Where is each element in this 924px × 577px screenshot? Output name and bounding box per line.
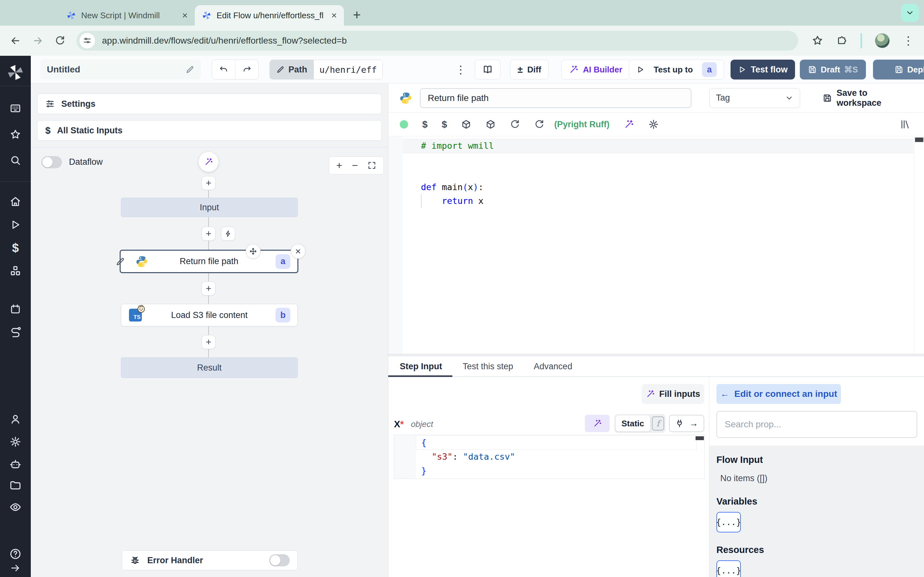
forward-icon[interactable] bbox=[32, 35, 44, 47]
help-icon[interactable] bbox=[9, 548, 21, 560]
flow-step-node-a[interactable]: Return file path a bbox=[120, 250, 298, 273]
add-trigger-button[interactable] bbox=[221, 227, 235, 241]
flow-result-node[interactable]: Result bbox=[121, 358, 298, 378]
sidebar-item-schedules-icon[interactable] bbox=[10, 303, 21, 315]
tag-select[interactable]: Tag bbox=[709, 88, 800, 108]
code-editor[interactable]: # import wmill def main(x): return x bbox=[388, 136, 924, 354]
diff-button[interactable]: ± Diff bbox=[510, 60, 549, 79]
tab-step-input[interactable]: Step Input bbox=[400, 362, 442, 372]
zoom-out-button[interactable]: − bbox=[352, 160, 358, 171]
sidebar-divider bbox=[0, 86, 31, 86]
tab-close-icon[interactable]: × bbox=[331, 10, 337, 21]
edit-or-connect-button[interactable]: ← Edit or connect an input bbox=[716, 384, 841, 404]
connect-input-button[interactable]: → bbox=[669, 415, 704, 432]
test-up-to-button[interactable]: Test up to a bbox=[629, 60, 724, 79]
flow-settings-row[interactable]: Settings bbox=[37, 93, 382, 114]
address-bar[interactable]: app.windmill.dev/flows/edit/u/henri/effo… bbox=[76, 31, 798, 51]
resources-object-chip[interactable]: {...} bbox=[716, 560, 741, 577]
extensions-icon[interactable] bbox=[836, 35, 848, 47]
panel-splitter[interactable] bbox=[388, 354, 924, 356]
flow-name-field[interactable]: Untitled bbox=[40, 60, 201, 79]
ai-flow-wand-button[interactable] bbox=[199, 152, 218, 172]
profile-avatar[interactable] bbox=[875, 33, 890, 48]
ai-assist-wand-icon[interactable] bbox=[624, 119, 634, 129]
deploy-button[interactable]: Deploy bbox=[873, 60, 924, 79]
save-to-workspace-button[interactable]: Save to workspace bbox=[822, 88, 913, 108]
code-content[interactable]: # import wmill def main(x): return x bbox=[421, 139, 494, 208]
tab-close-icon[interactable]: × bbox=[182, 10, 188, 21]
sidebar-item-resources-icon[interactable] bbox=[9, 265, 21, 277]
sidebar-item-runs-icon[interactable] bbox=[10, 219, 21, 230]
editor-settings-gear-icon[interactable] bbox=[648, 119, 659, 130]
ai-fill-prop-button[interactable] bbox=[585, 415, 610, 432]
sidebar-item-variables-icon[interactable]: $ bbox=[12, 241, 19, 255]
reload-assistants-icon[interactable] bbox=[510, 119, 520, 129]
editor-scrollbar-thumb[interactable] bbox=[915, 137, 923, 142]
tab-advanced[interactable]: Advanced bbox=[534, 362, 572, 372]
draft-button[interactable]: Draft ⌘S bbox=[800, 60, 866, 79]
all-static-inputs-row[interactable]: $ All Static Inputs bbox=[37, 120, 382, 141]
add-step-button[interactable]: + bbox=[202, 335, 216, 349]
reload-lsp-icon[interactable] bbox=[534, 119, 544, 129]
dataflow-toggle[interactable] bbox=[41, 156, 62, 168]
undo-button[interactable] bbox=[212, 60, 235, 79]
ai-builder-button[interactable]: AI Builder bbox=[561, 60, 630, 79]
back-icon[interactable] bbox=[10, 35, 21, 47]
windmill-logo[interactable] bbox=[6, 63, 24, 81]
site-settings-icon[interactable] bbox=[79, 33, 95, 48]
step-editor-panel: Tag Save to workspace $ $ bbox=[388, 83, 924, 577]
sidebar-item-users-icon[interactable] bbox=[10, 414, 21, 425]
minimap-border bbox=[914, 136, 914, 354]
tab-test-this-step[interactable]: Test this step bbox=[463, 362, 513, 372]
json-scrollbar-thumb[interactable] bbox=[696, 436, 704, 440]
new-tab-button[interactable]: + bbox=[353, 8, 361, 22]
javascript-mode-icon[interactable]: f bbox=[652, 416, 664, 430]
browser-menu-icon[interactable]: ⋮ bbox=[903, 34, 914, 47]
search-prop-input[interactable] bbox=[716, 411, 917, 438]
fullscreen-icon[interactable] bbox=[367, 161, 376, 170]
sidebar-item-audit-icon[interactable] bbox=[9, 501, 21, 513]
delete-step-icon[interactable]: × bbox=[291, 244, 305, 259]
step-name-input[interactable] bbox=[420, 88, 691, 108]
move-step-icon[interactable] bbox=[246, 244, 260, 259]
package-icon[interactable] bbox=[461, 119, 471, 129]
path-button[interactable]: Path u/henri/eff bbox=[270, 60, 383, 79]
sidebar-item-favorites-icon[interactable] bbox=[10, 129, 21, 140]
tab-search-chevron-button[interactable] bbox=[901, 4, 919, 22]
sidebar-item-search-icon[interactable] bbox=[10, 155, 21, 166]
flow-step-node-b[interactable]: TS Load S3 file content b bbox=[121, 304, 298, 326]
sidebar-item-apps-icon[interactable] bbox=[10, 103, 21, 114]
json-value-editor[interactable]: { "s3": "data.csv"} bbox=[394, 435, 705, 479]
zoom-in-button[interactable]: + bbox=[336, 160, 342, 171]
browser-tab-inactive[interactable]: New Script | Windmill × bbox=[59, 5, 195, 26]
bookmark-star-icon[interactable] bbox=[812, 35, 823, 47]
sidebar-item-folders-icon[interactable] bbox=[9, 479, 21, 492]
package-icon[interactable] bbox=[485, 119, 496, 129]
error-handler-toggle[interactable] bbox=[269, 554, 290, 566]
sidebar-item-flows-icon[interactable] bbox=[9, 326, 21, 338]
more-options-icon[interactable]: ⋮ bbox=[454, 60, 468, 79]
connect-input-panel: ← Edit or connect an input Flow Input No… bbox=[709, 377, 924, 577]
static-mode-button[interactable]: Static bbox=[615, 416, 650, 432]
add-step-button[interactable]: + bbox=[202, 227, 216, 241]
collapse-sidebar-icon[interactable] bbox=[10, 562, 21, 574]
variables-object-chip[interactable]: {...} bbox=[716, 512, 741, 532]
resources-icon[interactable]: $ bbox=[442, 119, 447, 130]
docs-button[interactable] bbox=[475, 60, 501, 79]
flow-input-node[interactable]: Input bbox=[121, 198, 298, 217]
lint-status[interactable]: (Pyright Ruff) bbox=[554, 119, 609, 129]
reload-icon[interactable] bbox=[55, 35, 65, 46]
library-icon[interactable] bbox=[900, 119, 911, 130]
error-handler-row[interactable]: Error Handler bbox=[122, 550, 298, 570]
sidebar-item-workers-icon[interactable] bbox=[9, 458, 21, 470]
browser-tab-active[interactable]: Edit Flow u/henri/effortless_fl × bbox=[195, 5, 344, 26]
variables-icon[interactable]: $ bbox=[422, 119, 428, 130]
sidebar-item-home-icon[interactable] bbox=[10, 196, 21, 207]
app-sidebar: $ bbox=[0, 56, 31, 577]
sidebar-item-settings-icon[interactable] bbox=[9, 436, 21, 448]
test-flow-button[interactable]: Test flow bbox=[730, 60, 795, 79]
add-step-button[interactable]: + bbox=[202, 176, 216, 190]
redo-button[interactable] bbox=[235, 60, 258, 79]
add-step-button[interactable]: + bbox=[202, 282, 216, 295]
fill-inputs-button[interactable]: Fill inputs bbox=[642, 384, 704, 404]
